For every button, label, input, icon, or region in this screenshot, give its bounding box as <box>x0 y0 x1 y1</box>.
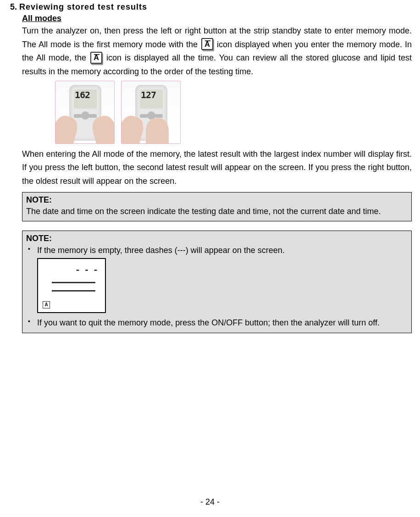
device-images-row: 162 127 <box>55 81 412 144</box>
empty-memory-screen: - - - A <box>37 258 106 313</box>
all-mode-icon-small: A <box>43 301 50 308</box>
note-2-label: NOTE: <box>26 233 408 244</box>
section-title: Reviewing stored test results <box>19 2 147 11</box>
section-number: 5. <box>10 2 17 11</box>
paragraph-navigation: When entering the All mode of the memory… <box>22 148 412 188</box>
dashes-text: - - - <box>76 263 99 277</box>
device-1-reading: 162 <box>75 90 96 99</box>
device-image-2: 127 <box>121 81 181 144</box>
all-mode-icon: A <box>201 38 213 50</box>
note-2-item-1: If the memory is empty, three dashes (--… <box>26 244 408 256</box>
page-number: - 24 - <box>0 497 420 507</box>
subheading-all-modes: All modes <box>22 14 412 23</box>
paragraph-intro: Turn the analyzer on, then press the lef… <box>22 24 412 79</box>
icon-letter: A <box>94 52 99 64</box>
note-box-1: NOTE: The date and time on the screen in… <box>22 192 412 221</box>
section-heading: 5. Reviewing stored test results <box>8 2 412 12</box>
all-mode-icon: A <box>90 52 102 64</box>
note-1-text: The date and time on the screen indicate… <box>26 206 408 217</box>
note-box-2: NOTE: If the memory is empty, three dash… <box>22 231 412 333</box>
note-2-item-2: If you want to quit the memory mode, pre… <box>26 317 408 329</box>
device-2-reading: 127 <box>141 90 162 99</box>
icon-letter: A <box>204 38 210 50</box>
note-1-label: NOTE: <box>26 194 408 206</box>
device-image-1: 162 <box>55 81 115 144</box>
